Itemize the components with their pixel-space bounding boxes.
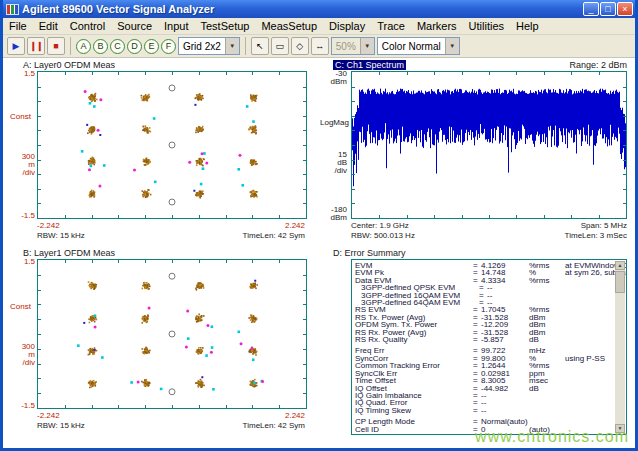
grid-layout-value: Grid 2x2 (179, 41, 225, 52)
record-button[interactable]: ■ (47, 37, 65, 55)
panel-c-spectrum: C: Ch1 Spectrum Range: 2 dBm -30 dBm Log… (317, 60, 635, 246)
metric-note (565, 392, 613, 399)
toolbar: ▶ ❙❙ ■ ABCDEF Grid 2x2 ▼ ↖ ▭ ◇ ↔ 50% ▼ C… (3, 35, 635, 58)
zoom-level-dropdown[interactable]: 50% ▼ (331, 37, 375, 55)
scroll-up-button[interactable]: ▲ (615, 261, 625, 270)
menu-item-meassetup[interactable]: MeasSetup (255, 19, 323, 33)
panel-b-scale-div: /div (7, 358, 35, 367)
metric-value: -- (481, 399, 529, 406)
constellation-canvas-b[interactable] (38, 260, 306, 408)
menu-item-display[interactable]: Display (323, 19, 371, 33)
metric-value: -- (481, 392, 529, 399)
metric-unit (529, 392, 565, 399)
metric-note (565, 314, 613, 321)
metric-note (565, 306, 613, 313)
app-window: Agilent 89600 Vector Signal Analyzer _ □… (0, 0, 638, 451)
metric-note (565, 321, 613, 328)
panel-a-xmin-label: -2.242 (37, 221, 60, 230)
metric-unit: dB (529, 336, 565, 343)
menu-item-file[interactable]: File (3, 19, 33, 33)
menu-item-source[interactable]: Source (111, 19, 158, 33)
metric-unit: %rms (529, 277, 565, 284)
metric-note (565, 377, 613, 384)
panel-b-rbw-label: RBW: 15 kHz (37, 421, 85, 430)
panel-a-xmax-label: 2.242 (285, 221, 305, 230)
panel-c-span-label: Span: 5 MHz (581, 221, 627, 230)
chevron-down-icon[interactable]: ▼ (225, 38, 239, 54)
menu-item-help[interactable]: Help (510, 19, 545, 33)
menu-item-utilities[interactable]: Utilities (463, 19, 510, 33)
error-summary-row: Cell ID=0(auto) (355, 426, 613, 433)
constellation-canvas-a[interactable] (38, 72, 306, 218)
panel-a-plot-area[interactable] (37, 71, 307, 219)
menu-item-edit[interactable]: Edit (33, 19, 64, 33)
panel-c-scale-div: /div (319, 166, 347, 175)
panel-a-ymin-label: -1.5 (7, 211, 35, 220)
metric-note (565, 407, 613, 414)
trace-button-d[interactable]: D (127, 39, 142, 54)
panel-b-ymax-label: 1.5 (7, 257, 35, 266)
play-button[interactable]: ▶ (7, 37, 25, 55)
zoom-box-tool-button[interactable]: ▭ (271, 37, 289, 55)
maximize-button[interactable]: □ (600, 2, 616, 16)
menu-bar: FileEditControlSourceInputTestSetupMeasS… (3, 18, 635, 35)
metric-value: -- (487, 284, 535, 291)
menu-item-input[interactable]: Input (158, 19, 194, 33)
panel-b-ymin-label: -1.5 (7, 401, 35, 410)
metric-unit (535, 284, 571, 291)
title-bar: Agilent 89600 Vector Signal Analyzer _ □… (3, 0, 635, 18)
panel-c-plot-area[interactable] (351, 71, 627, 219)
menu-item-testsetup[interactable]: TestSetup (195, 19, 256, 33)
panel-a-scale-div: /div (7, 168, 35, 177)
equals-sign: = (473, 426, 481, 433)
panel-b-xmin-label: -2.242 (37, 411, 60, 420)
error-summary-row: RS Rx. Quality=-5.857dB (355, 336, 613, 343)
panel-c-timelen-label: TimeLen: 3 mSec (565, 231, 627, 240)
trace-button-f[interactable]: F (161, 39, 176, 54)
panel-d-title: D: Error Summary (333, 248, 406, 258)
metric-unit: dB (529, 385, 565, 392)
marker-tool-button[interactable]: ◇ (291, 37, 309, 55)
trace-button-b[interactable]: B (93, 39, 108, 54)
chevron-down-icon[interactable]: ▼ (360, 38, 374, 54)
scroll-thumb[interactable] (615, 271, 625, 293)
scroll-down-button[interactable]: ▼ (615, 424, 625, 433)
trace-button-e[interactable]: E (144, 39, 159, 54)
toolbar-separator (245, 37, 246, 55)
panel-a-constellation: A: Layer0 OFDM Meas 1.5 Const 300 m /div… (7, 60, 313, 246)
equals-sign: = (473, 407, 481, 414)
band-marker-tool-button[interactable]: ↔ (311, 37, 329, 55)
error-summary-row: IQ Timing Skew=-- (355, 407, 613, 414)
panel-c-center-label: Center: 1.9 GHz (351, 221, 409, 230)
panel-b-xmax-label: 2.242 (285, 411, 305, 420)
menu-item-control[interactable]: Control (64, 19, 111, 33)
panel-b-timelen-label: TimeLen: 42 Sym (243, 421, 305, 430)
zoom-level-value: 50% (332, 41, 360, 52)
metric-unit (529, 407, 565, 414)
spectrum-canvas[interactable] (352, 72, 626, 218)
minimize-button[interactable]: _ (583, 2, 599, 16)
trace-button-a[interactable]: A (76, 39, 91, 54)
metric-note (565, 426, 613, 433)
panel-b-plot-area[interactable] (37, 259, 307, 409)
menu-item-trace[interactable]: Trace (371, 19, 411, 33)
chevron-down-icon[interactable]: ▼ (445, 38, 459, 54)
metric-note (565, 418, 613, 425)
metric-note (565, 277, 613, 284)
color-mode-dropdown[interactable]: Color Normal ▼ (377, 37, 460, 55)
window-title: Agilent 89600 Vector Signal Analyzer (22, 3, 582, 15)
metric-note (565, 362, 613, 369)
error-summary-scrollbar[interactable]: ▲ ▼ (615, 261, 625, 433)
metric-value: -- (481, 407, 529, 414)
panel-a-timelen-label: TimeLen: 42 Sym (243, 231, 305, 240)
close-button[interactable]: × (617, 2, 633, 16)
grid-layout-dropdown[interactable]: Grid 2x2 ▼ (178, 37, 240, 55)
metric-note (571, 299, 613, 306)
toolbar-separator (70, 37, 71, 55)
pause-button[interactable]: ❙❙ (27, 37, 45, 55)
metric-value: -- (487, 292, 535, 299)
trace-button-c[interactable]: C (110, 39, 125, 54)
menu-item-markers[interactable]: Markers (411, 19, 463, 33)
pointer-tool-button[interactable]: ↖ (251, 37, 269, 55)
metric-value: -5.857 (481, 336, 529, 343)
